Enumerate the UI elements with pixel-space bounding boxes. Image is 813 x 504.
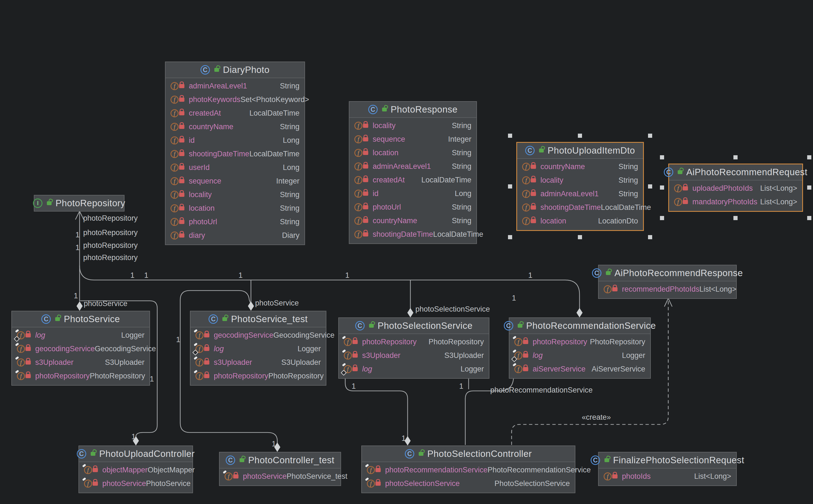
class-box-PhotoSelectionController[interactable]: CPhotoSelectionControllerfphotoRecommend… [361,446,575,493]
selection-handle[interactable] [660,185,664,190]
field-icon: f [171,204,179,212]
field-row[interactable]: flocationLocationDto [517,214,643,228]
field-row[interactable]: fshootingDateTimeLocalDateTime [517,201,643,214]
field-row[interactable]: fphotoRepositoryPhotoRepository [12,369,149,383]
field-row[interactable]: fphotoSelectionServicePhotoSelectionServ… [362,477,575,490]
field-row[interactable]: fphotoKeywordsSet<PhotoKeyword> [166,93,304,106]
field-type: String [452,162,471,171]
class-header[interactable]: CAiPhotoRecommendResponse [599,265,736,281]
field-row[interactable]: fadminAreaLevel1String [166,79,304,93]
class-box-PhotoRecommendationService[interactable]: CPhotoRecommendationServicefphotoReposit… [509,317,651,379]
class-header[interactable]: CDiaryPhoto [166,62,304,78]
selection-handle[interactable] [648,134,652,138]
field-row[interactable]: fphotoRepositoryPhotoRepository [339,335,489,349]
selection-handle[interactable] [508,184,512,189]
selection-handle[interactable] [648,184,652,189]
field-row[interactable]: fobjectMapperObjectMapper [79,463,192,477]
selection-handle[interactable] [648,235,652,239]
field-row[interactable]: fs3UploaderS3Uploader [12,356,149,369]
class-fields: fuploadedPhotoIdsList<Long>fmandatoryPho… [669,180,802,211]
selection-handle[interactable] [807,155,811,159]
class-box-PhotoResponse[interactable]: CPhotoResponseflocalityStringfsequenceIn… [349,101,477,244]
class-box-PhotoService[interactable]: CPhotoServiceflogLoggerfgeocodingService… [11,311,150,386]
field-row[interactable]: fcreatedAtLocalDateTime [349,173,476,187]
selection-handle[interactable] [578,134,582,138]
field-row[interactable]: fcountryNameString [517,160,643,174]
class-header[interactable]: CPhotoUploadController [79,446,192,462]
field-row[interactable]: fs3UploaderS3Uploader [190,356,326,369]
field-row[interactable]: fmandatoryPhotoIdsList<Long> [669,195,802,209]
class-box-AiPhotoRecommendRequest[interactable]: CAiPhotoRecommendRequestfuploadedPhotoId… [668,164,803,212]
class-box-FinalizePhotoSelectionRequest[interactable]: CFinalizePhotoSelectionRequestfphotoIdsL… [598,452,737,486]
field-icon: f [344,365,352,373]
field-row[interactable]: flocationString [166,202,304,215]
class-box-PhotoService_test[interactable]: CPhotoService_testfgeocodingServiceGeoco… [190,311,326,386]
class-box-PhotoRepository[interactable]: IPhotoRepository [34,195,125,212]
selection-handle[interactable] [807,216,811,220]
class-header[interactable]: CAiPhotoRecommendRequest [669,164,802,180]
selection-handle[interactable] [733,155,738,159]
field-row[interactable]: fcreatedAtLocalDateTime [166,106,304,120]
class-header[interactable]: CPhotoSelectionService [339,318,489,334]
class-header[interactable]: CPhotoSelectionController [362,446,575,462]
field-row[interactable]: fphotoServicePhotoService_test [220,470,341,483]
selection-handle[interactable] [508,235,512,239]
field-row[interactable]: fcountryNameString [349,214,476,228]
field-icon: f [604,285,612,293]
field-row[interactable]: flogLogger [190,342,326,356]
class-box-AiPhotoRecommendResponse[interactable]: CAiPhotoRecommendResponsefrecommendedPho… [598,265,737,299]
class-box-PhotoSelectionService[interactable]: CPhotoSelectionServicefphotoRepositoryPh… [338,317,489,379]
selection-handle[interactable] [660,216,664,220]
class-box-DiaryPhoto[interactable]: CDiaryPhotofadminAreaLevel1StringfphotoK… [165,62,305,245]
field-row[interactable]: fuploadedPhotoIdsList<Long> [669,182,802,195]
class-header[interactable]: CPhotoRecommendationService [509,318,650,334]
field-row[interactable]: fadminAreaLevel1String [349,160,476,173]
field-row[interactable]: flogLogger [12,329,149,342]
selection-handle[interactable] [508,134,512,138]
field-row[interactable]: fshootingDateTimeLocalDateTime [166,147,304,161]
field-row[interactable]: fphotoRecommendationServicePhotoRecommen… [362,463,575,477]
field-row[interactable]: fsequenceInteger [349,133,476,146]
class-header[interactable]: CPhotoResponse [349,102,476,118]
class-header[interactable]: CPhotoUploadItemDto [517,143,643,159]
class-box-PhotoController_test[interactable]: CPhotoController_testfphotoServicePhotoS… [219,452,341,486]
selection-handle[interactable] [578,235,582,239]
field-row[interactable]: flocalityString [166,188,304,202]
class-box-PhotoUploadController[interactable]: CPhotoUploadControllerfobjectMapperObjec… [78,446,193,493]
field-row[interactable]: fphotoUrlString [166,215,304,229]
class-header[interactable]: CPhotoService_test [190,311,326,327]
field-row[interactable]: fidLong [166,134,304,147]
field-row[interactable]: fdiaryDiary [166,229,304,242]
selection-handle[interactable] [807,185,811,190]
field-row[interactable]: flocalityString [349,119,476,133]
field-row[interactable]: fsequenceInteger [166,174,304,188]
selection-handle[interactable] [660,155,664,159]
field-row[interactable]: fgeocodingServiceGeocodingService [12,342,149,356]
field-row[interactable]: flogLogger [339,362,489,376]
field-row[interactable]: fcountryNameString [166,120,304,134]
field-row[interactable]: fgeocodingServiceGeocodingService [190,329,326,342]
class-header[interactable]: IPhotoRepository [34,195,124,211]
class-box-PhotoUploadItemDto[interactable]: CPhotoUploadItemDtofcountryNameStringflo… [516,142,644,231]
field-row[interactable]: fphotoRepositoryPhotoRepository [190,369,326,383]
field-row[interactable]: fuserIdLong [166,161,304,174]
selection-handle[interactable] [733,216,738,220]
field-row[interactable]: flocationString [349,146,476,160]
field-row[interactable]: fs3UploaderS3Uploader [339,349,489,362]
field-icon: f [674,198,682,206]
field-row[interactable]: fphotoUrlString [349,200,476,214]
class-header[interactable]: CPhotoController_test [220,452,341,469]
field-row[interactable]: fadminAreaLevel1String [517,187,643,201]
class-header[interactable]: CPhotoService [12,311,149,327]
field-row[interactable]: frecommendedPhotoIdsList<Long> [599,282,736,296]
field-row[interactable]: flogLogger [509,349,650,362]
field-row[interactable]: fphotoRepositoryPhotoRepository [509,335,650,349]
field-row[interactable]: fidLong [349,187,476,200]
class-header[interactable]: CFinalizePhotoSelectionRequest [599,452,736,469]
field-row[interactable]: faiServerServiceAiServerService [509,362,650,376]
field-row[interactable]: flocalityString [517,174,643,187]
field-row[interactable]: fphotoIdsList<Long> [599,470,736,483]
uml-diagram-canvas[interactable]: CDiaryPhotofadminAreaLevel1StringfphotoK… [0,0,813,504]
field-row[interactable]: fshootingDateTimeLocalDateTime [349,228,476,241]
field-row[interactable]: fphotoServicePhotoService [79,477,192,490]
